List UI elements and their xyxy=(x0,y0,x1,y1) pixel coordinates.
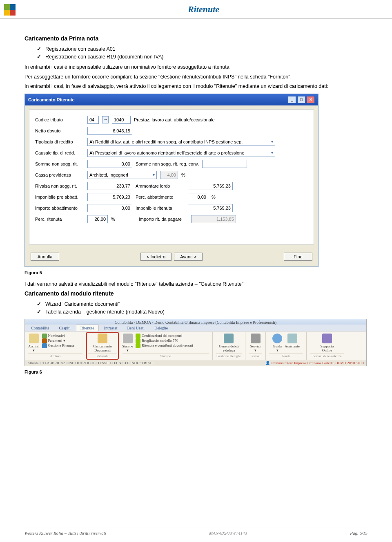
printer-icon xyxy=(123,334,133,343)
list-item: Tabella azienda – gestione ritenute (mod… xyxy=(37,309,368,315)
paragraph: Per assoggettare un fornitore occorre co… xyxy=(24,74,368,81)
tab-intrastat[interactable]: Intrastat xyxy=(100,325,122,331)
list-item: Wizard "Caricamento documenti" xyxy=(37,301,368,307)
archivi-dropdown[interactable]: Archivi▾ xyxy=(28,334,40,352)
servizi-dropdown[interactable]: Servizi▾ xyxy=(250,334,261,352)
label-imponibile-pre: Imponibile pre abbatt. xyxy=(35,195,84,199)
label-perc-abbatt: Perc. abbattimento xyxy=(136,195,185,199)
figure-caption-6: Figura 6 xyxy=(24,370,368,374)
perc-abbatt-input[interactable] xyxy=(188,193,208,201)
minimize-icon[interactable]: _ xyxy=(288,96,296,103)
annulla-button[interactable]: Annulla xyxy=(31,253,59,261)
tab-cespiti[interactable]: Cespiti xyxy=(54,325,75,331)
supporto-online-button[interactable]: Supporto Online xyxy=(320,334,334,352)
headset-icon xyxy=(322,334,332,343)
tab-ritenute[interactable]: Ritenute xyxy=(76,325,99,331)
logo-icon xyxy=(4,4,16,16)
ribbon-screenshot: Contabilità - DEMOA - Demo Contabilità O… xyxy=(24,319,367,366)
person-icon xyxy=(42,334,47,338)
coins-icon xyxy=(224,334,234,343)
caricamento-documenti-button[interactable]: Caricamento Documenti xyxy=(93,334,112,352)
doc-icon xyxy=(42,343,47,348)
perc-ritenuta-input[interactable] xyxy=(87,215,108,223)
label-importo-abb: Importo abbattimento xyxy=(35,206,84,211)
somme-non-input[interactable] xyxy=(87,160,132,168)
importo-abb-input[interactable] xyxy=(87,204,132,212)
tab-deleghe[interactable]: Deleghe xyxy=(150,325,172,331)
label-somme-non: Somme non sogg. rit. xyxy=(35,161,84,166)
percent-label: % xyxy=(111,217,115,222)
archivi-item[interactable]: Nominativi xyxy=(42,334,65,338)
indietro-button[interactable]: < Indietro xyxy=(140,253,172,261)
gear-icon xyxy=(251,334,261,343)
group-label: Guida xyxy=(269,353,303,358)
section-heading-1: Caricamento da Prima nota xyxy=(24,35,368,42)
app-title: Contabilità - DEMOA - Demo Contabilità O… xyxy=(25,319,366,325)
stampe-item[interactable]: Ritenute e contributi dovuti/versati xyxy=(136,343,193,348)
status-right: 👤 amministratore Impresa Ordinaria Carte… xyxy=(265,361,364,365)
label-cassa: Cassa previdenza xyxy=(35,172,84,177)
group-label: Servizi di Assistenza xyxy=(310,353,344,358)
ribbon-tabs: Contabilità Cespiti Ritenute Intrastat B… xyxy=(25,325,366,331)
codice-tributo-desc: Prestaz. lavoro aut. abituale/occasional… xyxy=(134,117,215,122)
label-netto-dovuto: Netto dovuto xyxy=(35,128,84,133)
label-imponibile-rit: Imponibile ritenuta xyxy=(136,206,185,211)
help-icon xyxy=(272,334,282,343)
cassa-perc-input xyxy=(160,171,178,179)
stampe-dropdown[interactable]: Stampe▾ xyxy=(122,334,133,352)
tab-contabilita[interactable]: Contabilità xyxy=(27,325,53,331)
doc-icon xyxy=(136,334,140,338)
bullet-list-2: Wizard "Caricamento documenti" Tabella a… xyxy=(37,301,368,315)
imponibile-pre-input[interactable] xyxy=(87,193,132,201)
status-left: Attività: 01 FABBRICAZIONE DI ARTICOLI T… xyxy=(27,361,154,365)
dialog-title-text: Caricamento Ritenute xyxy=(28,97,75,102)
list-item: Registrazione con causale R19 (documenti… xyxy=(37,54,368,60)
footer-doc-id: MAN-8XPJ3W74143 xyxy=(209,531,247,535)
somme-non-conv-input[interactable] xyxy=(202,160,247,168)
cassa-select[interactable]: Architetti, Ingegneri xyxy=(87,171,157,179)
importo-da-pagare-input xyxy=(191,215,236,223)
assistente-button[interactable]: Assistente xyxy=(285,334,300,348)
label-causale: Causale tip. di redd. xyxy=(35,150,84,155)
maximize-icon[interactable]: □ xyxy=(297,96,305,103)
archivi-item[interactable]: Parametri ▾ xyxy=(42,338,65,343)
genera-debiti-button[interactable]: Genera debiti e delega xyxy=(219,334,239,352)
tipologia-select[interactable]: A) Redditi di lav. aut. e altri redditi … xyxy=(87,138,275,146)
netto-dovuto-input[interactable] xyxy=(87,127,132,135)
label-perc-ritenuta: Perc. ritenuta xyxy=(35,217,84,222)
avanti-button[interactable]: Avanti > xyxy=(174,253,203,261)
group-label: Stampe xyxy=(122,353,209,358)
causale-select[interactable]: A) Prestazioni di lavoro autonomo rientr… xyxy=(87,149,275,157)
percent-label: % xyxy=(212,195,216,199)
guida-dropdown[interactable]: Guida▾ xyxy=(272,334,282,352)
label-codice-tributo: Codice tributo xyxy=(35,117,84,122)
stampe-item[interactable]: Certificazioni dei compensi xyxy=(136,334,182,338)
label-tipologia: Tipologia di reddito xyxy=(35,139,84,144)
close-icon[interactable]: ✕ xyxy=(307,96,315,103)
paragraph: I dati verranno salvati e visualizzabili… xyxy=(24,281,368,288)
imponibile-rit-input[interactable] xyxy=(188,204,233,212)
wrench-icon xyxy=(42,338,47,343)
ammontare-lordo-input[interactable] xyxy=(188,182,233,190)
tab-beni-usati[interactable]: Beni Usati xyxy=(122,325,149,331)
folder-open-icon xyxy=(98,334,107,343)
lookup-icon[interactable]: … xyxy=(102,116,109,123)
page-footer: Wolters Kluwer Italia – Tutti i diritti … xyxy=(24,528,368,535)
footer-copyright: Wolters Kluwer Italia – Tutti i diritti … xyxy=(24,531,106,535)
doc-icon xyxy=(136,343,140,348)
fine-button[interactable]: Fine xyxy=(284,253,312,261)
figure-caption-5: Figura 5 xyxy=(24,270,368,275)
stampe-item[interactable]: Brogliaccio modello 770 xyxy=(136,338,178,343)
label-importo-da-pagare: Importo rit. da pagare xyxy=(139,217,188,222)
rivalsa-input[interactable] xyxy=(87,182,132,190)
label-somme-non-conv: Somme non sogg. rit. reg. conv. xyxy=(136,161,199,166)
list-item: Registrazione con causale A01 xyxy=(37,46,368,52)
footer-page: Pag. 6/15 xyxy=(350,531,368,535)
label-rivalsa: Rivalsa non sogg. rit. xyxy=(35,184,84,188)
codice-tributo-input[interactable] xyxy=(87,116,99,124)
codice-tributo-lookup[interactable] xyxy=(112,116,131,124)
archivi-item[interactable]: Gestione Ritenute xyxy=(42,343,75,348)
dialog-titlebar: Caricamento Ritenute _ □ ✕ xyxy=(25,94,318,105)
group-label: Ritenute xyxy=(88,353,117,358)
assistant-icon xyxy=(287,334,297,343)
